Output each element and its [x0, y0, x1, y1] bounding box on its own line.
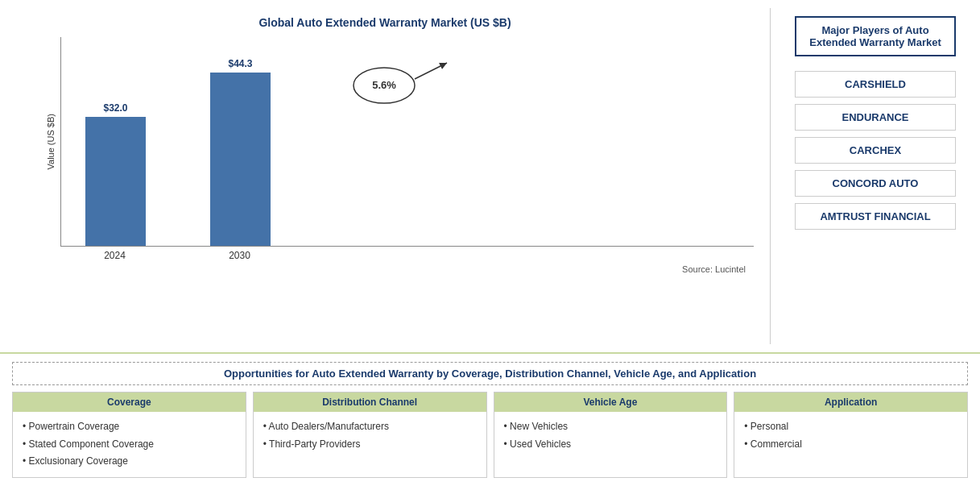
- vehicle-age-header: Vehicle Age: [494, 393, 727, 412]
- bar-2030-value: $44.3: [228, 58, 252, 69]
- distribution-items: • Auto Dealers/Manufacturers • Third-Par…: [254, 412, 486, 459]
- opportunities-title: Opportunities for Auto Extended Warranty…: [12, 362, 968, 385]
- bar-2030: $44.3: [210, 58, 271, 246]
- bar-2024-rect: [85, 117, 146, 246]
- categories-row: Coverage • Powertrain Coverage • Stated …: [12, 392, 968, 478]
- player-endurance: ENDURANCE: [795, 104, 956, 131]
- players-title: Major Players of Auto Extended Warranty …: [795, 16, 956, 56]
- application-items: • Personal • Commercial: [734, 412, 967, 459]
- bar-2024-value: $32.0: [103, 102, 127, 114]
- y-axis-label: Value (US $B): [46, 114, 56, 170]
- category-distribution: Distribution Channel • Auto Dealers/Manu…: [253, 392, 487, 478]
- svg-line-2: [415, 63, 447, 79]
- application-header: Application: [734, 393, 967, 412]
- x-label-2030: 2030: [209, 250, 270, 261]
- coverage-header: Coverage: [13, 393, 246, 412]
- category-application: Application • Personal • Commercial: [734, 392, 968, 478]
- coverage-items: • Powertrain Coverage • Stated Component…: [13, 412, 246, 477]
- chart-title: Global Auto Extended Warranty Market (US…: [258, 16, 511, 29]
- category-coverage: Coverage • Powertrain Coverage • Stated …: [12, 392, 246, 478]
- vehicle-age-items: • New Vehicles • Used Vehicles: [494, 412, 727, 459]
- category-vehicle-age: Vehicle Age • New Vehicles • Used Vehicl…: [494, 392, 728, 478]
- bottom-section: Opportunities for Auto Extended Warranty…: [0, 354, 980, 486]
- player-amtrust: AMTRUST FINANCIAL: [795, 203, 956, 230]
- bar-2030-rect: [210, 73, 271, 246]
- source-text: Source: Lucintel: [682, 264, 754, 274]
- x-label-2024: 2024: [85, 250, 145, 261]
- player-concord: CONCORD AUTO: [795, 170, 956, 197]
- svg-text:5.6%: 5.6%: [372, 79, 396, 91]
- player-carshield: CARSHIELD: [795, 71, 956, 98]
- player-carchex: CARCHEX: [795, 137, 956, 164]
- players-section: Major Players of Auto Extended Warranty …: [771, 8, 980, 344]
- chart-section: Global Auto Extended Warranty Market (US…: [0, 8, 771, 344]
- distribution-header: Distribution Channel: [254, 393, 486, 412]
- bar-2024: $32.0: [85, 102, 146, 246]
